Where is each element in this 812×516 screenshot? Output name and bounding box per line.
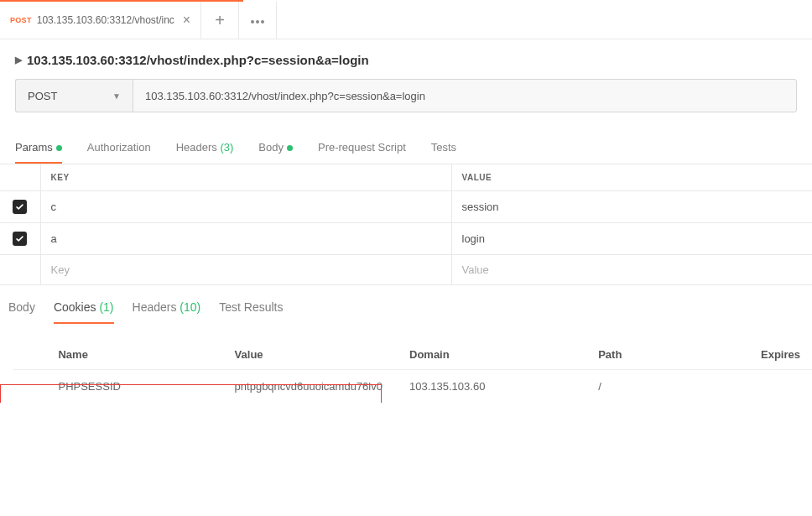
row-checkbox-empty[interactable] [0,255,40,285]
request-subtabs: Params Authorization Headers (3) Body Pr… [0,128,812,164]
resp-tab-testresults[interactable]: Test Results [219,297,283,324]
param-key-cell[interactable]: a [40,223,451,255]
chevron-down-icon: ▼ [112,91,121,101]
tab-prerequest[interactable]: Pre-request Script [318,136,406,164]
cookies-count: (1) [99,300,113,314]
param-value-input[interactable]: Value [451,255,812,285]
tab-tests[interactable]: Tests [431,136,456,164]
param-row: c session [0,191,812,223]
dot-indicator-icon [56,145,62,151]
tab-strip: POST 103.135.103.60:3312/vhost/inc × + [0,2,812,39]
more-tabs-button[interactable] [239,2,277,39]
cookie-domain-cell: 103.135.103.60 [398,370,586,404]
row-checkbox[interactable] [13,200,27,214]
resp-tab-cookies[interactable]: Cookies (1) [54,297,114,324]
dot-indicator-icon [287,145,293,151]
row-checkbox[interactable] [13,232,27,246]
tab-headers[interactable]: Headers (3) [176,136,234,164]
tab-params[interactable]: Params [15,136,62,164]
request-summary-row[interactable]: ▶ 103.135.103.60:3312/vhost/index.php?c=… [0,39,812,79]
resp-headers-count: (10) [180,300,200,314]
cookie-path-cell: / [586,370,749,404]
tab-body[interactable]: Body [258,136,293,164]
new-tab-button[interactable]: + [201,2,239,39]
param-value-cell[interactable]: session [451,191,812,223]
url-input[interactable]: 103.135.103.60:3312/vhost/index.php?c=se… [133,79,797,112]
response-subtabs: Body Cookies (1) Headers (10) Test Resul… [0,285,812,325]
cookie-col-path: Path [586,340,749,370]
cookie-name-cell: PHPSESSID [46,370,222,404]
key-header: KEY [40,164,451,191]
cookie-col-value: Value [223,340,398,370]
chevron-right-icon: ▶ [15,55,22,65]
ellipsis-icon [250,14,265,26]
resp-tab-body[interactable]: Body [8,297,35,324]
param-key-input[interactable]: Key [40,255,451,285]
cookie-col-domain: Domain [398,340,586,370]
param-row: a login [0,223,812,255]
cookie-row[interactable]: PHPSESSID pntpgbqncvd6uuoicamdu76lv0 103… [13,370,812,404]
http-method-label: POST [28,90,57,102]
value-header: VALUE [451,164,812,191]
cookie-expires-cell [749,370,812,404]
cookie-col-expires: Expires [749,340,812,370]
tab-method-badge: POST [10,16,32,24]
request-tab[interactable]: POST 103.135.103.60:3312/vhost/inc × [0,2,201,39]
method-url-row: POST ▼ 103.135.103.60:3312/vhost/index.p… [15,79,797,112]
request-summary-text: 103.135.103.60:3312/vhost/index.php?c=se… [27,53,369,67]
param-value-cell[interactable]: login [451,223,812,255]
url-text: 103.135.103.60:3312/vhost/index.php?c=se… [145,90,425,102]
param-row-empty: Key Value [0,255,812,285]
headers-count: (3) [220,141,233,154]
resp-tab-headers[interactable]: Headers (10) [133,297,201,324]
close-icon[interactable]: × [183,13,190,28]
cookies-table: Name Value Domain Path Expires PHPSESSID… [13,340,812,403]
cookie-value-cell: pntpgbqncvd6uuoicamdu76lv0 [223,370,398,404]
cookie-col-name: Name [46,340,222,370]
checkbox-header [0,164,40,191]
http-method-select[interactable]: POST ▼ [15,79,133,112]
tab-authorization[interactable]: Authorization [87,136,151,164]
param-key-cell[interactable]: c [40,191,451,223]
params-table: KEY VALUE c session a login Key Value [0,164,812,285]
tab-title: 103.135.103.60:3312/vhost/inc [37,14,174,26]
